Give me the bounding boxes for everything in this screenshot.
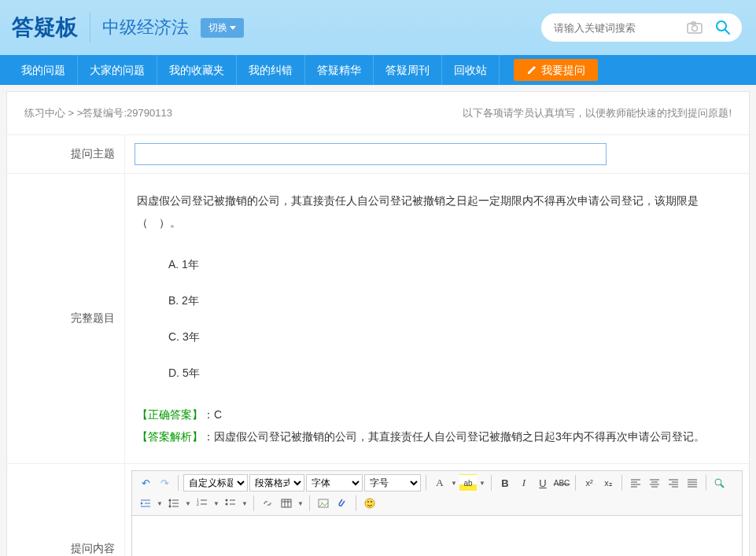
separator (575, 475, 576, 491)
main-container: 练习中心 > >答疑编号:29790113 以下各项请学员认真填写，以便教师能快… (6, 91, 750, 556)
dropdown-icon[interactable]: ▼ (156, 495, 164, 512)
svg-point-48 (367, 501, 369, 503)
strikethrough-icon[interactable]: ABC (553, 474, 570, 492)
dropdown-icon[interactable]: ▼ (478, 474, 486, 492)
camera-icon[interactable] (687, 21, 703, 34)
breadcrumb-current: 答疑编号:29790113 (83, 107, 171, 119)
option-a: A. 1年 (168, 253, 737, 275)
answer-analysis: 【答案解析】：因虚假公司登记被撤销的公司，其直接责任人自公司登记被撤销之日起3年… (137, 425, 737, 447)
align-center-icon[interactable] (646, 474, 663, 492)
subscript-icon[interactable]: x₂ (599, 474, 617, 492)
paragraph-format-select[interactable]: 段落格式 (249, 474, 304, 492)
separator (706, 475, 706, 491)
svg-point-1 (692, 26, 698, 31)
separator (491, 475, 492, 491)
separator (309, 495, 310, 511)
subject-input[interactable] (135, 143, 607, 165)
nav-weekly[interactable]: 答疑周刊 (374, 55, 442, 85)
svg-point-37 (226, 499, 228, 502)
italic-icon[interactable]: I (515, 474, 533, 492)
search-icon[interactable] (715, 20, 731, 35)
nav-corrections[interactable]: 我的纠错 (237, 55, 305, 85)
separator (356, 495, 356, 511)
svg-marker-32 (168, 506, 171, 508)
align-justify-icon[interactable] (684, 474, 701, 492)
editor-toolbar: ↶ ↷ 自定义标题 段落格式 字体 字号 A▼ ab▼ B I U ABC (132, 471, 742, 516)
question-label: 完整题目 (7, 174, 125, 463)
svg-point-49 (371, 501, 372, 503)
logo: 答疑板 (12, 13, 90, 42)
option-c: C. 3年 (168, 326, 737, 348)
ask-question-button[interactable]: 我要提问 (514, 59, 598, 81)
svg-line-22 (721, 484, 724, 488)
preview-icon[interactable] (711, 474, 728, 492)
separator (253, 495, 254, 511)
svg-marker-25 (141, 502, 143, 505)
breadcrumb-link[interactable]: 练习中心 (24, 107, 65, 119)
nav-bar: 我的问题 大家的问题 我的收藏夹 我的纠错 答疑精华 答疑周刊 回收站 我要提问 (0, 55, 756, 85)
nav-my-questions[interactable]: 我的问题 (9, 55, 78, 85)
nav-favorites[interactable]: 我的收藏夹 (157, 55, 237, 85)
indent-icon[interactable] (137, 495, 154, 512)
separator (426, 475, 426, 491)
attachment-icon[interactable] (334, 495, 351, 512)
notice-text: 以下各项请学员认真填写，以便教师能快速的找到提问原题! (463, 106, 732, 120)
svg-text:2: 2 (197, 502, 199, 506)
course-name: 中级经济法 (90, 16, 201, 39)
superscript-icon[interactable]: x² (581, 474, 598, 492)
search-input[interactable] (541, 13, 742, 42)
align-right-icon[interactable] (665, 474, 682, 492)
subject-row: 提问主题 (7, 135, 749, 174)
nav-essence[interactable]: 答疑精华 (305, 55, 374, 85)
ordered-list-icon[interactable]: 12 (194, 495, 211, 512)
table-icon[interactable] (278, 495, 295, 512)
subject-label: 提问主题 (7, 135, 125, 173)
svg-point-47 (365, 499, 374, 508)
undo-icon[interactable]: ↶ (137, 474, 154, 492)
dropdown-icon[interactable]: ▼ (450, 474, 458, 492)
custom-title-select[interactable]: 自定义标题 (183, 474, 248, 492)
svg-point-3 (717, 21, 726, 31)
align-left-icon[interactable] (627, 474, 644, 492)
bold-icon[interactable]: B (496, 474, 514, 492)
option-b: B. 2年 (168, 289, 737, 311)
svg-line-4 (725, 30, 729, 34)
svg-rect-41 (282, 499, 291, 507)
dropdown-icon[interactable]: ▼ (297, 495, 304, 512)
separator (178, 475, 179, 491)
breadcrumb-row: 练习中心 > >答疑编号:29790113 以下各项请学员认真填写，以便教师能快… (7, 92, 749, 135)
question-stem: 因虚假公司登记被撤销的公司，其直接责任人自公司登记被撤销之日起一定期限内不得再次… (137, 190, 737, 234)
font-family-select[interactable]: 字体 (306, 474, 363, 492)
separator (621, 475, 622, 491)
options-list: A. 1年 B. 2年 C. 3年 D. 5年 (137, 253, 737, 384)
dropdown-icon[interactable]: ▼ (212, 495, 220, 512)
nav-recycle[interactable]: 回收站 (442, 55, 500, 85)
svg-marker-31 (168, 499, 171, 501)
redo-icon[interactable]: ↷ (156, 474, 173, 492)
search-wrap (541, 13, 742, 42)
svg-point-21 (715, 479, 721, 485)
unlink-icon[interactable] (259, 495, 276, 512)
pencil-icon (526, 64, 537, 75)
question-row: 完整题目 因虚假公司登记被撤销的公司，其直接责任人自公司登记被撤销之日起一定期限… (7, 174, 749, 464)
switch-course-button[interactable]: 切换 (201, 18, 244, 38)
image-icon[interactable] (315, 495, 332, 512)
content-row: 提问内容 ↶ ↷ 自定义标题 段落格式 字体 字号 A▼ ab▼ B I (7, 464, 749, 556)
svg-point-38 (226, 503, 228, 506)
dropdown-icon[interactable]: ▼ (241, 495, 249, 512)
dropdown-icon[interactable]: ▼ (184, 495, 192, 512)
unordered-list-icon[interactable] (222, 495, 239, 512)
content-label: 提问内容 (7, 464, 125, 556)
nav-all-questions[interactable]: 大家的问题 (78, 55, 157, 85)
underline-icon[interactable]: U (534, 474, 551, 492)
breadcrumb: 练习中心 > >答疑编号:29790113 (24, 106, 172, 120)
font-size-select[interactable]: 字号 (364, 474, 421, 492)
option-d: D. 5年 (168, 362, 737, 384)
line-height-icon[interactable] (165, 495, 183, 512)
emoji-icon[interactable] (361, 495, 378, 512)
rich-text-editor: ↶ ↷ 自定义标题 段落格式 字体 字号 A▼ ab▼ B I U ABC (131, 470, 743, 556)
editor-textarea[interactable] (132, 516, 742, 556)
highlight-color-icon[interactable]: ab (459, 474, 477, 492)
question-content: 因虚假公司登记被撤销的公司，其直接责任人自公司登记被撤销之日起一定期限内不得再次… (125, 174, 749, 463)
font-color-icon[interactable]: A (431, 474, 448, 492)
